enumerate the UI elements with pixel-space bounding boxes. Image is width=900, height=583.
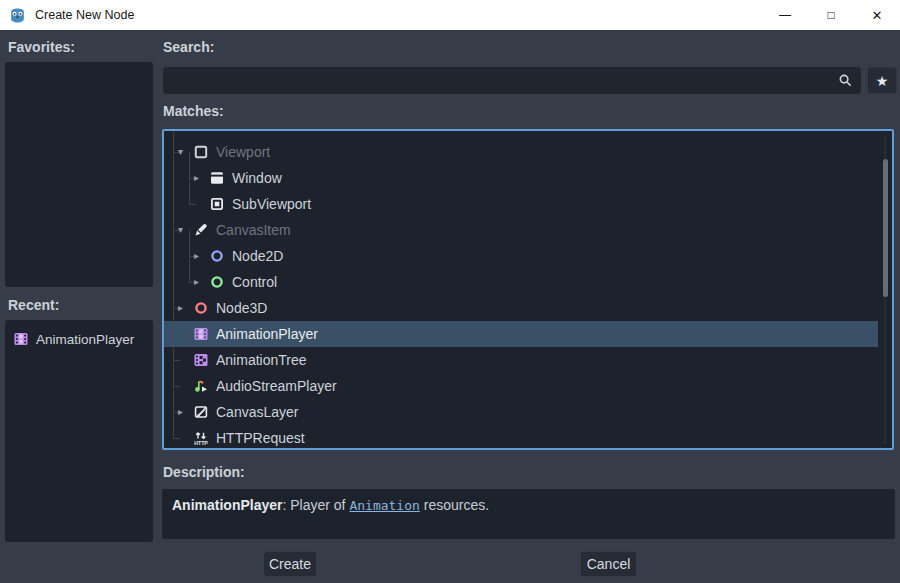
chevron-right-icon[interactable]: ▸ [194,277,207,287]
tree-row-httprequest[interactable]: HTTP HTTPRequest [164,425,878,451]
animationplayer-icon [13,331,29,347]
tree-row-window[interactable]: ▸ Window [164,165,878,191]
httprequest-icon: HTTP [193,430,209,446]
search-icon [838,73,853,88]
description-text: resources. [420,497,489,513]
search-input[interactable] [163,67,861,94]
recent-panel[interactable]: AnimationPlayer [5,320,153,542]
tree-scrollbar[interactable] [883,135,888,444]
tree-row-audiostreamplayer[interactable]: AudioStreamPlayer [164,373,878,399]
animationtree-icon [193,352,209,368]
recent-label: Recent: [8,297,59,313]
chevron-right-icon[interactable]: ▸ [194,173,207,183]
tree-row-canvasitem[interactable]: ▾ CanvasItem [164,217,878,243]
godot-logo-icon [9,7,26,24]
chevron-right-icon[interactable]: ▸ [178,407,191,417]
canvasitem-icon [193,222,209,238]
chevron-right-icon[interactable]: ▸ [194,251,207,261]
chevron-down-icon[interactable]: ▾ [178,147,191,157]
window-icon [209,170,225,186]
tree-row-node2d[interactable]: ▸ Node2D [164,243,878,269]
scrollbar-thumb[interactable] [883,159,888,297]
favorites-panel[interactable] [5,62,153,287]
tree-row-subviewport[interactable]: SubViewport [164,191,878,217]
tree-row-label: Viewport [216,144,270,160]
tree-row-canvaslayer[interactable]: ▸ CanvasLayer [164,399,878,425]
tree-row-viewport[interactable]: ▾ Viewport [164,139,878,165]
minimize-button[interactable]: — [762,0,808,30]
tree-row-label: Node3D [216,300,267,316]
chevron-right-icon[interactable]: ▸ [178,303,191,313]
tree-row-label: AudioStreamPlayer [216,378,337,394]
audiostreamplayer-icon [193,378,209,394]
favorite-toggle-button[interactable]: ★ [867,67,897,94]
tree-row-label: Control [232,274,277,290]
tree-row-label: HTTPRequest [216,430,305,446]
tree-row-label: Node2D [232,248,283,264]
node3d-icon [193,300,209,316]
recent-item-animationplayer[interactable]: AnimationPlayer [11,328,153,350]
create-button[interactable]: Create [263,551,317,577]
title-bar: Create New Node — □ ✕ [0,0,900,30]
tree-row-animationtree[interactable]: AnimationTree [164,347,878,373]
tree-row-node3d[interactable]: ▸ Node3D [164,295,878,321]
tree-row-label: Window [232,170,282,186]
chevron-down-icon[interactable]: ▾ [178,225,191,235]
svg-text:HTTP: HTTP [194,440,208,446]
recent-item-label: AnimationPlayer [36,332,134,347]
subviewport-icon [209,196,225,212]
node-tree-panel[interactable]: ▾ Viewport ▸ Window [162,129,894,450]
description-text: : Player of [282,497,349,513]
viewport-icon [193,144,209,160]
search-label: Search: [163,39,214,55]
animationplayer-icon [193,326,209,342]
window-title: Create New Node [35,8,134,22]
tree-row-label: CanvasItem [216,222,291,238]
tree-row-label: SubViewport [232,196,311,212]
tree-row-label: CanvasLayer [216,404,299,420]
description-class-name: AnimationPlayer [172,497,282,513]
matches-label: Matches: [163,103,224,119]
tree-row-label: AnimationPlayer [216,326,318,342]
tree-row-control[interactable]: ▸ Control [164,269,878,295]
canvaslayer-icon [193,404,209,420]
description-label: Description: [163,464,245,480]
close-button[interactable]: ✕ [854,0,900,30]
tree-row-label: AnimationTree [216,352,307,368]
node2d-icon [209,248,225,264]
description-animation-link[interactable]: Animation [349,498,419,513]
maximize-button[interactable]: □ [808,0,854,30]
favorites-label: Favorites: [8,39,75,55]
description-panel: AnimationPlayer: Player of Animation res… [162,489,895,539]
star-icon: ★ [876,73,889,89]
cancel-button[interactable]: Cancel [580,551,637,577]
tree-row-animationplayer[interactable]: AnimationPlayer [164,321,878,347]
node-tree: ▾ Viewport ▸ Window [164,139,892,451]
control-icon [209,274,225,290]
